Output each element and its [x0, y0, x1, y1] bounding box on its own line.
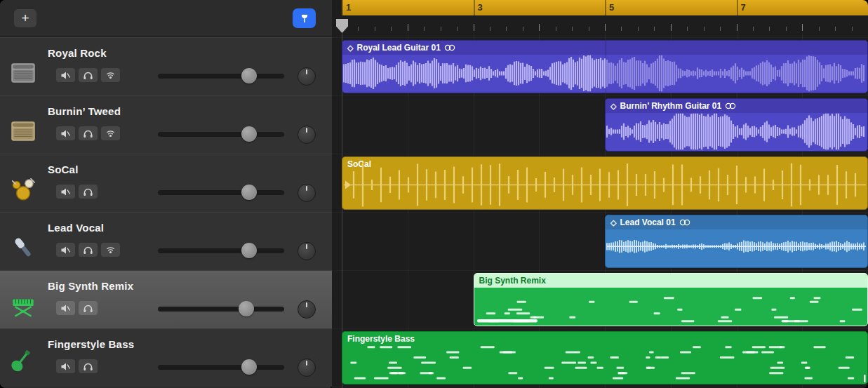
ruler-tick	[490, 27, 490, 31]
track-buttons	[56, 185, 98, 199]
input-monitoring-button[interactable]	[101, 68, 120, 82]
ruler-tick	[605, 24, 606, 31]
region-fingerstyle-bass[interactable]: Fingerstyle Bass	[342, 331, 868, 384]
mute-button[interactable]	[56, 359, 75, 373]
volume-knob[interactable]	[241, 243, 257, 258]
track-name: Royal Rock	[48, 47, 107, 59]
volume-slider[interactable]	[158, 365, 284, 370]
mute-button[interactable]	[56, 243, 75, 257]
measure-separator	[474, 0, 475, 15]
ruler-tick	[852, 27, 853, 31]
volume-slider[interactable]	[158, 307, 284, 312]
ruler-tick	[638, 27, 639, 31]
ruler-tick	[654, 27, 655, 31]
region-royal-lead-guitar[interactable]: ◇ Royal Lead Guitar 01	[342, 40, 868, 93]
region-lead-vocal[interactable]: ◇ Lead Vocal 01	[605, 215, 868, 268]
input-monitoring-icon	[105, 129, 116, 138]
ruler-tick	[523, 27, 523, 31]
waveform	[342, 54, 867, 93]
row-separator	[332, 37, 868, 38]
ruler-tick	[358, 27, 359, 31]
track-buttons	[56, 359, 98, 373]
mute-icon	[60, 129, 71, 138]
pan-knob[interactable]	[298, 126, 316, 144]
volume-slider[interactable]	[158, 190, 284, 195]
region-label: Big Synth Remix	[479, 276, 546, 286]
ruler-tick	[753, 27, 754, 31]
region-socal-drummer[interactable]: SoCal	[342, 156, 868, 210]
track-header-sidebar: + Royal Rock	[0, 0, 332, 388]
mute-button[interactable]	[56, 126, 75, 140]
track-row[interactable]: Fingerstyle Bass	[0, 328, 332, 387]
region-burnin-rhythm-guitar[interactable]: ◇ Burnin’ Rhythm Guitar 01	[605, 98, 868, 152]
stereo-icon	[725, 102, 736, 109]
ruler-tick	[769, 27, 770, 31]
volume-knob[interactable]	[241, 359, 257, 375]
measure-label: 7	[741, 2, 746, 13]
measure-label: 3	[478, 2, 483, 13]
mute-button[interactable]	[56, 68, 75, 82]
ruler-tick	[375, 27, 375, 31]
ruler-tick	[556, 27, 556, 31]
track-row[interactable]: Burnin’ Tweed	[0, 95, 332, 154]
ruler-tick	[621, 27, 622, 31]
track-row[interactable]: Royal Rock	[0, 37, 332, 95]
headphones-icon	[83, 304, 93, 313]
input-monitoring-button[interactable]	[101, 243, 120, 257]
region-header: Big Synth Remix	[474, 274, 868, 288]
track-name: Big Synth Remix	[48, 280, 133, 292]
region-label: Burnin’ Rhythm Guitar 01	[620, 101, 721, 111]
loops-icon: ◇	[610, 219, 616, 227]
ruler-ticks-strip[interactable]	[332, 15, 868, 33]
track-row[interactable]: Big Synth Remix	[0, 270, 332, 328]
track-name: Lead Vocal	[48, 222, 104, 234]
volume-knob[interactable]	[241, 126, 257, 142]
ruler-tick	[720, 27, 721, 31]
row-separator	[332, 154, 868, 154]
mute-button[interactable]	[56, 185, 75, 199]
solo-button[interactable]	[79, 243, 98, 257]
region-big-synth-remix[interactable]: Big Synth Remix	[474, 273, 868, 326]
pan-knob[interactable]	[298, 242, 316, 260]
pan-knob[interactable]	[298, 184, 316, 202]
region-label: Lead Vocal 01	[620, 218, 675, 227]
mute-button[interactable]	[56, 301, 75, 315]
track-buttons	[56, 243, 120, 257]
volume-slider[interactable]	[158, 132, 284, 137]
volume-knob[interactable]	[241, 185, 257, 200]
ruler-tick	[391, 27, 392, 31]
solo-button[interactable]	[79, 359, 98, 373]
track-row[interactable]: Lead Vocal	[0, 212, 332, 270]
ruler-tick	[457, 27, 458, 31]
solo-button[interactable]	[79, 68, 98, 82]
solo-button[interactable]	[79, 185, 98, 199]
ruler-tick	[408, 24, 408, 31]
measure-separator	[342, 0, 343, 15]
pan-knob[interactable]	[298, 67, 316, 86]
solo-button[interactable]	[79, 301, 98, 315]
volume-knob[interactable]	[239, 301, 254, 316]
headphones-icon	[83, 129, 93, 138]
ruler-tick	[539, 24, 540, 31]
volume-knob[interactable]	[241, 68, 257, 83]
mute-icon	[60, 71, 71, 80]
pan-knob[interactable]	[298, 359, 316, 377]
ruler-tick	[802, 24, 803, 31]
region-header: ◇ Burnin’ Rhythm Guitar 01	[606, 99, 867, 113]
volume-slider[interactable]	[158, 248, 284, 253]
input-monitoring-button[interactable]	[101, 126, 120, 140]
ruler-tick	[441, 27, 441, 31]
mute-icon	[60, 304, 71, 313]
volume-slider[interactable]	[158, 74, 284, 79]
add-track-button[interactable]: +	[14, 9, 36, 27]
region-header: ◇ Lead Vocal 01	[606, 215, 867, 229]
amp-icon	[8, 116, 38, 146]
track-row[interactable]: SoCal	[0, 154, 332, 212]
solo-button[interactable]	[79, 126, 98, 140]
catch-playhead-button[interactable]	[293, 8, 316, 28]
waveform	[606, 112, 867, 151]
pan-knob[interactable]	[298, 300, 316, 319]
stereo-icon	[444, 44, 455, 51]
headphones-icon	[83, 246, 93, 255]
ruler[interactable]: 1357	[342, 0, 868, 15]
